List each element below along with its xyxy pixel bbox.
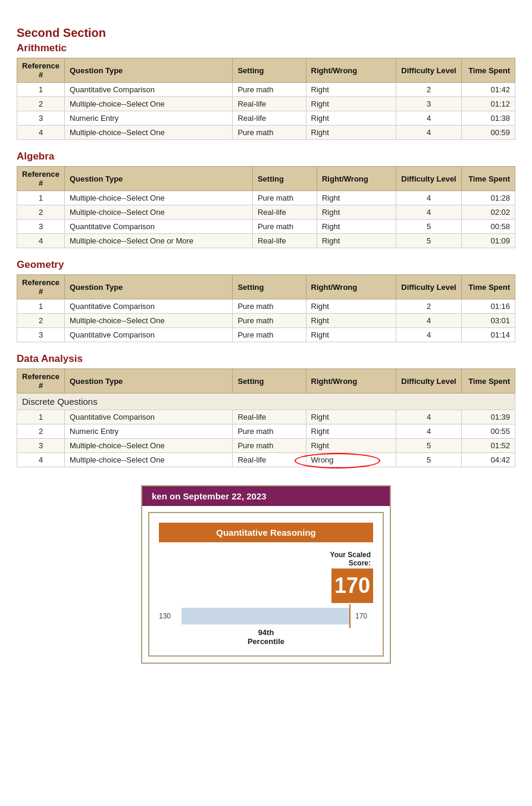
table-row: 3 Quantitative Comparison Pure math Righ… [17,220,515,234]
bar-inner [181,608,351,624]
geometry-title: Geometry [17,259,515,271]
rw-cell: Right [306,314,396,328]
rw-cell: Right [306,126,396,140]
ref-cell: 1 [17,299,65,314]
setting-cell: Pure math [252,220,317,234]
qtype-cell: Multiple-choice--Select One [65,439,233,453]
rw-cell: Wrong [306,453,396,467]
qtype-cell: Multiple-choice--Select One [65,453,233,467]
setting-cell: Pure math [252,191,317,205]
ref-cell: 3 [17,111,65,126]
qtype-cell: Numeric Entry [65,111,233,126]
ref-cell: 3 [17,220,65,234]
table-row: 1 Quantitative Comparison Pure math Righ… [17,83,515,97]
col-ref-alg: Reference # [17,167,65,191]
time-cell: 01:39 [462,410,515,424]
table-row: 2 Multiple-choice--Select One Real-life … [17,205,515,220]
diff-cell: 4 [396,328,462,342]
rw-cell: Right [306,97,396,111]
table-row: 4 Multiple-choice--Select One or More Re… [17,234,515,248]
setting-cell: Pure math [233,314,306,328]
time-cell: 01:38 [462,111,515,126]
wrong-highlight: Wrong [311,455,334,464]
diff-cell: 2 [396,83,462,97]
ref-cell: 3 [17,439,65,453]
your-scaled-label: Your ScaledScore: [159,551,373,567]
score-number: 170 [331,568,373,603]
score-section: ken on September 22, 2023 Quantitative R… [17,485,515,664]
qtype-cell: Quantitative Comparison [65,220,253,234]
table-row: 2 Numeric Entry Pure math Right 4 00:55 [17,424,515,439]
setting-cell: Pure math [233,83,306,97]
score-outer-box: ken on September 22, 2023 Quantitative R… [141,485,391,664]
rw-cell: Right [306,439,396,453]
rw-cell: Right [317,234,396,248]
col-time-arith: Time Spent [462,58,515,83]
diff-cell: 4 [396,205,462,220]
bar-label-left: 130 [159,612,177,620]
ref-cell: 2 [17,97,65,111]
ref-cell: 2 [17,314,65,328]
percentile-label: 94thPercentile [159,628,373,646]
table-row: 1 Multiple-choice--Select One Pure math … [17,191,515,205]
diff-cell: 5 [396,453,462,467]
table-row: 4 Multiple-choice--Select One Pure math … [17,126,515,140]
rw-cell: Right [306,424,396,439]
col-time-geo: Time Spent [462,275,515,299]
col-ref-arith: Reference # [17,58,65,83]
setting-cell: Real-life [252,234,317,248]
col-time-da: Time Spent [462,369,515,393]
ref-cell: 4 [17,126,65,140]
qtype-cell: Multiple-choice--Select One or More [65,234,253,248]
qtype-cell: Quantitative Comparison [65,299,233,314]
bar-marker [349,604,351,628]
rw-cell: Right [306,111,396,126]
diff-cell: 4 [396,314,462,328]
rw-cell: Right [306,83,396,97]
table-row: 4 Multiple-choice--Select One Real-life … [17,453,515,467]
time-cell: 01:14 [462,328,515,342]
qtype-cell: Multiple-choice--Select One [65,126,233,140]
table-row: 2 Multiple-choice--Select One Real-life … [17,97,515,111]
data-analysis-title: Data Analysis [17,353,515,365]
time-cell: 02:02 [462,205,515,220]
diff-cell: 5 [396,439,462,453]
col-setting-arith: Setting [233,58,306,83]
col-qtype-da: Question Type [65,369,233,393]
table-row: 1 Quantitative Comparison Real-life Righ… [17,410,515,424]
diff-cell: 5 [396,234,462,248]
table-row: 3 Quantitative Comparison Pure math Righ… [17,328,515,342]
col-time-alg: Time Spent [462,167,515,191]
setting-cell: Real-life [233,111,306,126]
ref-cell: 3 [17,328,65,342]
arithmetic-title: Arithmetic [17,42,515,54]
time-cell: 01:16 [462,299,515,314]
ref-cell: 2 [17,205,65,220]
col-diff-da: Difficulty Level [396,369,462,393]
ref-cell: 2 [17,424,65,439]
qtype-cell: Numeric Entry [65,424,233,439]
col-qtype-alg: Question Type [65,167,253,191]
col-ref-da: Reference # [17,369,65,393]
table-row: 1 Quantitative Comparison Pure math Righ… [17,299,515,314]
second-section-title: Second Section [17,26,515,40]
time-cell: 01:42 [462,83,515,97]
score-bar-area: Your ScaledScore: 170 130 170 94thPercen… [159,551,373,646]
time-cell: 00:55 [462,424,515,439]
ref-cell: 1 [17,410,65,424]
diff-cell: 5 [396,220,462,234]
col-rw-da: Right/Wrong [306,369,396,393]
bar-outer [181,608,351,624]
rw-cell: Right [306,328,396,342]
setting-cell: Pure math [233,299,306,314]
algebra-title: Algebra [17,151,515,163]
geometry-table: Reference # Question Type Setting Right/… [17,274,515,342]
qtype-cell: Multiple-choice--Select One [65,314,233,328]
rw-cell: Right [306,410,396,424]
rw-cell: Right [317,220,396,234]
diff-cell: 4 [396,191,462,205]
rw-cell: Right [317,191,396,205]
table-row: 2 Multiple-choice--Select One Pure math … [17,314,515,328]
qtype-cell: Quantitative Comparison [65,328,233,342]
diff-cell: 4 [396,126,462,140]
